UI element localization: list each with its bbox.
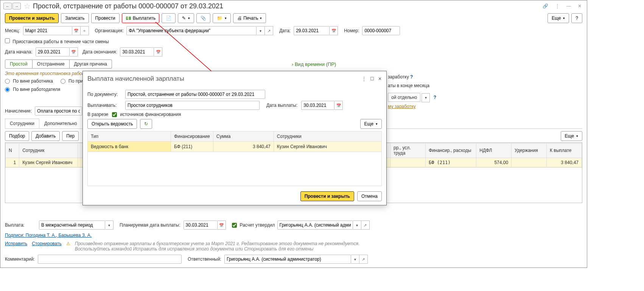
table-row[interactable]: Ведомость в банк БФ (211) 3 840,47 Кузин… bbox=[88, 142, 382, 152]
drop-icon: ▾ bbox=[260, 16, 262, 20]
resp-label: Ответственный: bbox=[188, 257, 221, 262]
col-topay: К выплате bbox=[547, 143, 582, 158]
time-type-link[interactable]: Вид времени (ПР) bbox=[292, 61, 336, 67]
toggle-idle[interactable]: Простой bbox=[5, 59, 33, 69]
add-button[interactable]: Добавить bbox=[31, 131, 60, 141]
storno-link[interactable]: Сторнировать bbox=[32, 241, 61, 246]
cal-icon[interactable]: 📅 bbox=[330, 26, 338, 35]
close-icon[interactable]: ✕ bbox=[576, 3, 584, 9]
plan-date-input[interactable] bbox=[184, 221, 218, 230]
save-button[interactable]: Записать bbox=[61, 13, 89, 23]
post-close-button[interactable]: Провести и закрыть bbox=[5, 13, 59, 23]
pay-button[interactable]: 💵 Выплатить bbox=[122, 13, 160, 23]
radio-worker[interactable]: По вине работника bbox=[5, 78, 53, 84]
pen-icon-button[interactable]: ✎ bbox=[178, 13, 194, 23]
post-button[interactable]: Провести bbox=[91, 13, 120, 23]
payout-input[interactable] bbox=[39, 221, 105, 230]
signatures-link[interactable]: Подписи: Погодина Т. А., Барышева З. А. bbox=[5, 233, 92, 238]
dlg-post-close-button[interactable]: Провести и закрыть bbox=[300, 191, 354, 201]
folder-icon-button[interactable]: 📁 bbox=[213, 13, 231, 23]
drop-icon[interactable]: ▾ bbox=[353, 221, 361, 230]
radio-pri[interactable]: По при bbox=[61, 78, 83, 84]
end-date-input[interactable] bbox=[120, 47, 154, 56]
open-icon[interactable]: ↗ bbox=[265, 26, 273, 35]
dlg-pay-input[interactable] bbox=[125, 101, 260, 110]
resp-input[interactable] bbox=[224, 255, 351, 264]
month-input[interactable] bbox=[23, 26, 72, 35]
open-sheet-button[interactable]: Открыть ведомость bbox=[87, 119, 137, 129]
cal-icon[interactable]: 📅 bbox=[70, 47, 78, 56]
col-fin: Финансир., расходы bbox=[425, 143, 476, 158]
toggle-other[interactable]: Другая причина bbox=[70, 59, 112, 69]
refresh-button[interactable]: ↻ bbox=[140, 119, 152, 129]
dlg-doc-input[interactable] bbox=[125, 90, 265, 99]
minimize-icon[interactable]: — bbox=[564, 3, 573, 9]
side-link[interactable]: му заработку bbox=[388, 104, 415, 109]
help-icon[interactable]: ? bbox=[434, 95, 436, 100]
warn-text-2: Воспользуйтесь командой Исправить для ис… bbox=[75, 246, 359, 252]
side-text-2: аты в конце месяца bbox=[388, 83, 429, 88]
comment-input[interactable] bbox=[38, 255, 182, 264]
dlg-more-button[interactable]: Еще bbox=[360, 119, 382, 129]
date-input[interactable] bbox=[294, 26, 330, 35]
suspend-checkbox[interactable]: Приостановка работы в течение части смен… bbox=[5, 38, 109, 44]
accrual-input[interactable] bbox=[35, 106, 82, 116]
nav-back[interactable]: ← bbox=[3, 3, 12, 9]
cal-icon[interactable]: 📅 bbox=[72, 26, 81, 35]
select-button[interactable]: Подбор bbox=[5, 131, 29, 141]
payout-dialog: Выплата начисленной зарплаты ⋮ ☐ ✕ По до… bbox=[82, 71, 387, 205]
attach-icon-button[interactable]: 📎 bbox=[196, 13, 210, 23]
col-ndfl: НДФЛ bbox=[476, 143, 512, 158]
close-icon[interactable]: ✕ bbox=[378, 76, 382, 81]
start-date-input[interactable] bbox=[36, 47, 70, 56]
col-hold: Удержания bbox=[512, 143, 547, 158]
cal-icon[interactable]: 📅 bbox=[334, 101, 343, 110]
plan-label: Планируемая дата выплаты: bbox=[120, 222, 180, 228]
dlg-pay-label: Выплачивать: bbox=[87, 103, 122, 108]
more-button[interactable]: Еще bbox=[548, 13, 569, 23]
dlg-paydate-input[interactable] bbox=[301, 101, 334, 110]
kebab-icon[interactable]: ⋮ bbox=[553, 3, 562, 9]
start-label: Дата начала: bbox=[5, 49, 33, 55]
star-icon[interactable]: ☆ bbox=[24, 2, 31, 11]
drop-icon[interactable]: ▾ bbox=[351, 255, 359, 264]
tab-extra[interactable]: Дополнительно bbox=[39, 119, 82, 128]
help-icon[interactable]: ? bbox=[410, 74, 413, 80]
drop-icon[interactable]: ▾ bbox=[105, 221, 114, 230]
open-icon[interactable]: ↗ bbox=[359, 255, 368, 264]
table-more-button[interactable]: Еще bbox=[561, 131, 582, 141]
drop-icon[interactable]: ▾ bbox=[257, 26, 265, 35]
org-input[interactable] bbox=[126, 26, 257, 35]
num-label: Номер: bbox=[344, 28, 359, 33]
radio-employer[interactable]: По вине работодателя bbox=[5, 87, 60, 92]
dlg-split-checkbox[interactable]: источников финансирования bbox=[112, 112, 181, 117]
dcol-emp: Сотрудники bbox=[274, 131, 381, 142]
sheet-icon-button[interactable]: 📄 bbox=[162, 13, 176, 23]
help-button[interactable]: ? bbox=[571, 13, 582, 23]
approver-input[interactable] bbox=[277, 221, 353, 230]
side-text-1: заработку ? bbox=[388, 74, 413, 80]
kebab-icon[interactable]: ⋮ bbox=[362, 76, 366, 81]
spinner-icon[interactable]: ÷ bbox=[81, 26, 89, 35]
cal-icon[interactable]: 📅 bbox=[218, 221, 226, 230]
toggle-removal[interactable]: Отстранение bbox=[33, 59, 70, 69]
maximize-icon[interactable]: ☐ bbox=[370, 76, 374, 81]
cal-icon[interactable]: 📅 bbox=[154, 47, 162, 56]
fix-link[interactable]: Исправить bbox=[5, 241, 27, 246]
dlg-cancel-button[interactable]: Отмена bbox=[357, 191, 382, 201]
dcol-sum: Сумма bbox=[213, 131, 274, 142]
nav-fwd[interactable]: → bbox=[12, 3, 21, 9]
tab-employees[interactable]: Сотрудники bbox=[5, 119, 39, 128]
warn-text-1: Произведено отражение зарплаты в бухгалт… bbox=[75, 241, 359, 246]
side-text-3: ой отдельно ▾ ? bbox=[388, 93, 436, 102]
dlg-paydate-label: Дата выплаты: bbox=[266, 103, 297, 108]
link-icon[interactable]: 🔗 bbox=[540, 3, 551, 9]
dialog-title: Выплата начисленной зарплаты bbox=[87, 75, 184, 83]
money-icon: 💵 bbox=[126, 16, 131, 21]
print-button[interactable]: 🖨 Печать ▾ bbox=[233, 13, 266, 23]
calc-approved-checkbox[interactable]: Расчет утвердил bbox=[232, 222, 275, 228]
per-button[interactable]: Пер bbox=[62, 131, 79, 141]
dcol-fin: Финансирование bbox=[171, 131, 213, 142]
open-icon[interactable]: ↗ bbox=[361, 221, 370, 230]
num-input[interactable] bbox=[362, 26, 400, 35]
